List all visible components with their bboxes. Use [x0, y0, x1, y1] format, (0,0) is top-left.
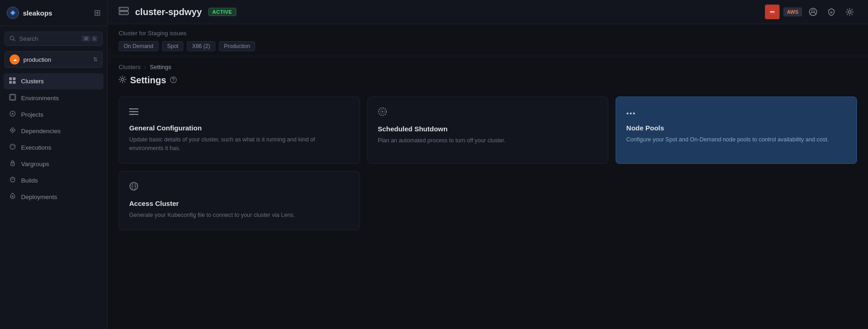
access-cluster-icon: [129, 182, 349, 193]
sidebar-item-projects[interactable]: Projects: [4, 107, 104, 122]
sidebar-item-clusters[interactable]: Clusters: [4, 73, 104, 89]
svg-rect-7: [13, 81, 16, 84]
deployments-icon: [8, 193, 16, 201]
svg-rect-9: [10, 95, 14, 99]
cluster-server-icon: [119, 7, 129, 17]
clusters-label: Clusters: [21, 78, 44, 85]
tag-spot[interactable]: Spot: [162, 41, 184, 51]
sidebar-item-vargroups[interactable]: Vargroups: [4, 156, 104, 172]
tag-on-demand[interactable]: On Demand: [119, 41, 158, 51]
environment-name: production: [23, 56, 89, 63]
general-config-icon: [129, 107, 349, 118]
svg-point-43: [630, 113, 632, 114]
svg-point-13: [11, 129, 13, 131]
vargroups-icon: [8, 160, 16, 168]
page-title-row: Settings: [119, 75, 857, 86]
svg-point-32: [173, 81, 174, 82]
svg-point-38: [132, 114, 133, 115]
settings-gear-icon: [119, 76, 126, 85]
sidebar-item-builds[interactable]: Builds: [4, 173, 104, 188]
node-pools-icon: [626, 107, 846, 118]
svg-point-44: [633, 113, 635, 114]
content-area: Cluster for Staging issues On Demand Spo…: [108, 24, 868, 329]
builds-label: Builds: [21, 177, 38, 184]
logo-text: sleakops: [23, 9, 52, 17]
cluster-description: Cluster for Staging issues: [119, 30, 857, 37]
access-cluster-desc: Generate your Kubeconfig file to connect…: [129, 211, 349, 220]
settings-icon-btn[interactable]: [842, 5, 857, 19]
svg-point-29: [848, 11, 851, 13]
logo-icon: [6, 6, 19, 19]
access-cluster-title: Access Cluster: [129, 200, 349, 207]
sidebar: sleakops ⊞ Search ⌘ k ☁ production ⇅: [0, 0, 108, 329]
sidebar-item-environments[interactable]: Environments: [4, 90, 104, 106]
sidebar-item-executions[interactable]: Executions: [4, 140, 104, 155]
svg-point-26: [809, 8, 817, 16]
svg-line-3: [14, 40, 15, 41]
topbar-right: AWS: [765, 5, 857, 19]
topbar-left: cluster-spdwyy ACTIVE: [119, 7, 236, 17]
projects-label: Projects: [21, 111, 44, 118]
shield-icon-btn[interactable]: [824, 5, 839, 19]
search-shortcut-mod: ⌘: [82, 36, 90, 42]
help-circle-icon[interactable]: [170, 76, 177, 85]
settings-cards-row2: Access Cluster Generate your Kubeconfig …: [108, 171, 868, 237]
scheduled-shutdown-desc: Plan an automated process to turn off yo…: [378, 136, 598, 145]
svg-point-11: [11, 113, 13, 115]
general-config-desc: Update basic details of your cluster, su…: [129, 135, 349, 153]
svg-rect-5: [13, 77, 16, 80]
search-placeholder: Search: [19, 35, 78, 42]
grid-icon[interactable]: ⊞: [94, 8, 101, 18]
general-config-card[interactable]: General Configuration Update basic detai…: [119, 97, 360, 164]
deployments-label: Deployments: [21, 194, 57, 200]
environment-dot: ☁: [10, 54, 20, 65]
dependencies-icon: [8, 127, 16, 135]
node-pools-desc: Configure your Spot and On-Demand node p…: [626, 135, 846, 144]
danger-button[interactable]: [765, 5, 780, 19]
tag-production[interactable]: Production: [219, 41, 255, 51]
builds-icon: [8, 176, 16, 184]
user-circle-icon-btn[interactable]: [806, 5, 820, 19]
cluster-status-badge: ACTIVE: [208, 8, 236, 16]
tag-x86[interactable]: X86 (2): [187, 41, 215, 51]
environments-label: Environments: [21, 95, 59, 102]
executions-label: Executions: [21, 144, 51, 151]
aws-badge[interactable]: AWS: [783, 7, 802, 16]
node-pools-card[interactable]: Node Pools Configure your Spot and On-De…: [616, 97, 857, 164]
general-config-title: General Configuration: [129, 124, 349, 132]
svg-rect-6: [9, 81, 12, 84]
search-shortcut-key: k: [92, 36, 98, 42]
environment-selector[interactable]: ☁ production ⇅: [5, 51, 103, 68]
cluster-name: cluster-spdwyy: [135, 7, 202, 17]
settings-cards-grid: General Configuration Update basic detai…: [108, 89, 868, 171]
cluster-meta: Cluster for Staging issues On Demand Spo…: [108, 24, 868, 56]
svg-point-36: [131, 108, 132, 110]
clusters-icon: [8, 77, 16, 86]
sidebar-nav: Clusters Environments Projects: [0, 71, 107, 206]
search-bar[interactable]: Search ⌘ k: [5, 32, 103, 46]
breadcrumb-clusters-link[interactable]: Clusters: [119, 64, 141, 70]
svg-point-27: [812, 10, 814, 12]
svg-rect-4: [9, 77, 12, 80]
executions-icon: [8, 143, 16, 151]
svg-point-30: [121, 78, 124, 81]
search-shortcut: ⌘ k: [82, 36, 98, 42]
scheduled-shutdown-card[interactable]: Scheduled Shutdown Plan an automated pro…: [367, 97, 609, 164]
environments-icon: [8, 94, 16, 102]
search-icon: [10, 36, 16, 42]
topbar: cluster-spdwyy ACTIVE AWS: [108, 0, 868, 24]
svg-point-41: [382, 111, 383, 113]
sidebar-item-dependencies[interactable]: Dependencies: [4, 123, 104, 139]
access-cluster-card[interactable]: Access Cluster Generate your Kubeconfig …: [119, 171, 360, 230]
sidebar-item-deployments[interactable]: Deployments: [4, 189, 104, 205]
projects-icon: [8, 110, 16, 119]
logo: sleakops: [6, 6, 52, 19]
svg-point-17: [11, 196, 13, 198]
page-header: Clusters › Settings Settings: [108, 56, 868, 89]
page-title: Settings: [130, 75, 166, 86]
breadcrumb-separator: ›: [144, 64, 146, 70]
svg-point-37: [133, 111, 135, 113]
svg-point-21: [120, 12, 121, 13]
svg-point-28: [830, 11, 833, 14]
svg-point-16: [12, 164, 13, 165]
